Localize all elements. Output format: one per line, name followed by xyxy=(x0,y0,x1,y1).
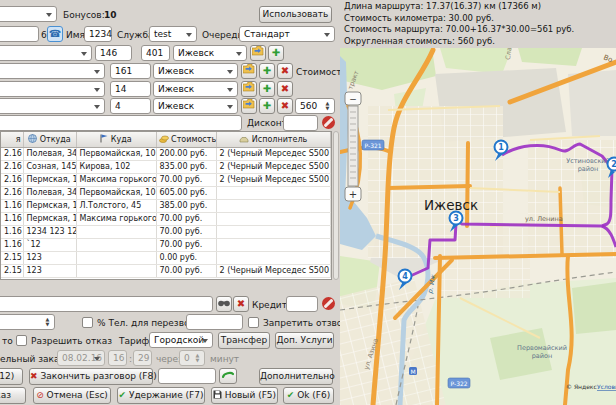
no-entry-icon[interactable] xyxy=(322,297,335,310)
city-select-main[interactable]: Ижевск xyxy=(173,45,247,61)
discount-input[interactable] xyxy=(283,115,318,131)
no-entry-icon[interactable] xyxy=(322,116,335,129)
map-f12-button[interactable]: (F12) xyxy=(0,368,23,385)
allow-refusal-checkbox[interactable] xyxy=(16,335,27,346)
col-from[interactable]: Откуда xyxy=(23,132,76,147)
pick-on-map-button-1[interactable] xyxy=(241,63,257,79)
cost-spinner[interactable]: 560 ▲▼ xyxy=(295,98,335,114)
chevron-down-icon xyxy=(94,88,100,92)
house-input-main[interactable]: 146 xyxy=(95,45,132,61)
spinner-arrows-icon[interactable]: ▲▼ xyxy=(193,353,202,364)
tariff-select[interactable]: Городской xyxy=(149,332,213,348)
col-to[interactable]: Куда xyxy=(76,132,156,147)
order-row[interactable]: 2.16Пермская, 12Максима горького, 16470.… xyxy=(1,173,331,186)
map-attribution: © Яндекс xyxy=(566,383,597,390)
hold-button[interactable]: ✔ Удержание (F7) xyxy=(117,387,205,404)
remove-address-row-button-3[interactable]: ✖ xyxy=(277,98,293,114)
preorder-label: ельный заказ xyxy=(0,354,64,364)
terms-link[interactable]: Услови xyxy=(597,383,616,390)
comment-input[interactable] xyxy=(0,115,242,131)
preorder-hour-input[interactable]: 16 xyxy=(108,350,127,366)
house-input-3[interactable]: 4 xyxy=(110,98,151,114)
svg-text:Р-322: Р-322 xyxy=(450,380,467,387)
order-row[interactable]: 2.16Полевая, 34-4Первомайская, 10200.00 … xyxy=(1,147,331,160)
street-select-1[interactable]: я xyxy=(0,63,105,79)
city-select-2[interactable]: Ижевск xyxy=(153,81,238,97)
house-input-1[interactable]: 161 xyxy=(110,63,151,79)
bonus-card-select[interactable] xyxy=(0,6,57,22)
orders-table: я Откуда Куда Сто xyxy=(0,131,332,280)
chevron-down-icon xyxy=(94,105,100,109)
street-select-main[interactable] xyxy=(0,45,92,61)
tariff-label: Тариф xyxy=(119,336,149,346)
apt-input[interactable]: 401 xyxy=(141,45,170,61)
col-cost[interactable]: Стоимость xyxy=(156,132,216,147)
add-address-row-button[interactable]: ✚ xyxy=(268,45,284,61)
call-button[interactable] xyxy=(219,368,237,384)
city-select-1[interactable]: Ижевск xyxy=(153,63,238,79)
city-select-3[interactable]: Ижевск xyxy=(153,98,238,114)
more-button[interactable]: Дополнительно xyxy=(259,368,333,385)
spinner-arrows-icon[interactable]: ▲▼ xyxy=(43,317,52,328)
save-icon xyxy=(213,390,222,399)
table-scrollbar[interactable] xyxy=(333,131,339,280)
callback-phone-checkbox[interactable] xyxy=(82,317,93,328)
transfer-button[interactable]: Трансфер xyxy=(218,332,270,349)
callback-phone-input[interactable] xyxy=(186,314,243,330)
street-select-2[interactable]: кая xyxy=(0,81,105,97)
group-order-button[interactable]: заказ xyxy=(0,387,26,404)
end-call-button[interactable]: ✖ Закончить разговор (F8) xyxy=(29,368,153,385)
table-header-row: я Откуда Куда Сто xyxy=(1,132,331,147)
col-executor[interactable]: Исполнитель xyxy=(216,132,331,147)
minutes-label: минут xyxy=(210,354,239,364)
add-address-row-button-1[interactable]: ✚ xyxy=(259,63,275,79)
ok-button[interactable]: ✔ Ok (F6) xyxy=(283,387,334,404)
order-row[interactable]: 1.16Пермская, 12Максима горького, 16470.… xyxy=(1,212,331,225)
after-minutes-spinner[interactable]: 0 ▲▼ xyxy=(179,350,205,366)
order-row[interactable]: 1.16`1270.00 руб. xyxy=(1,238,331,251)
add-address-row-button-3[interactable]: ✚ xyxy=(259,98,275,114)
order-row[interactable]: 1.161234 123 12370.00 руб. xyxy=(1,225,331,238)
phone-input[interactable] xyxy=(0,26,39,42)
queue-select[interactable]: Стандарт xyxy=(239,26,335,42)
clear-search-button[interactable]: ✖ xyxy=(233,296,249,312)
preorder-date-select[interactable]: 08.02.16 xyxy=(57,350,105,366)
order-row[interactable]: 1.16Пермская, 12Л.Толстого, 45385.00 руб… xyxy=(1,199,331,212)
street-select-3[interactable] xyxy=(0,98,105,114)
credit-input[interactable] xyxy=(286,296,318,312)
remove-address-row-button-2[interactable]: ✖ xyxy=(277,81,293,97)
preorder-minute-input[interactable]: 29 xyxy=(133,350,152,366)
add-address-row-button-2[interactable]: ✚ xyxy=(259,81,275,97)
order-row[interactable]: 2.151230.00 руб. xyxy=(1,251,331,264)
use-bonuses-button[interactable]: Использовать xyxy=(259,6,332,23)
end-call-icon: ✖ xyxy=(30,371,38,381)
order-row[interactable]: 2.1512370.00 руб.2 (Черный Мерседес S500… xyxy=(1,264,331,277)
order-row[interactable]: 2.16Полевая, 34-4Первомайская, 10605.00 … xyxy=(1,186,331,199)
remove-icon: ✖ xyxy=(281,65,289,76)
dial-number-input[interactable] xyxy=(158,368,216,384)
folder-map-icon xyxy=(243,99,255,109)
spinner-arrows-icon[interactable]: ▲▼ xyxy=(323,101,332,112)
percent-spinner[interactable]: ▲▼ xyxy=(0,314,55,330)
new-button[interactable]: Новый (F5) xyxy=(211,387,278,404)
order-row[interactable]: 2.16Созная, 145Кирова, 102835.00 руб.2 (… xyxy=(1,160,331,173)
cancel-button[interactable]: ⊘ Отмена (Esc) xyxy=(33,387,111,404)
client-search-input[interactable] xyxy=(0,296,213,312)
col-date[interactable]: я xyxy=(1,132,23,147)
cost-label: Стоимость xyxy=(296,67,340,77)
search-button[interactable] xyxy=(216,296,232,312)
forbid-callback-checkbox[interactable] xyxy=(248,317,259,328)
map-canvas[interactable]: Р-321 Р-322 М Ижевск Устиновский район П… xyxy=(340,48,616,405)
name-label: Имя xyxy=(66,30,85,40)
pick-on-map-button[interactable] xyxy=(250,45,266,61)
remove-address-row-button-1[interactable]: ✖ xyxy=(277,63,293,79)
service-select[interactable]: test xyxy=(149,26,197,42)
car-icon xyxy=(239,136,249,143)
name-input[interactable]: 1234 xyxy=(84,26,112,42)
dial-phone-button[interactable]: ☎ xyxy=(47,26,63,42)
pick-on-map-button-2[interactable] xyxy=(241,81,257,97)
pick-on-map-button-3[interactable] xyxy=(241,98,257,114)
extra-services-button[interactable]: Доп. Услуги xyxy=(275,332,334,349)
house-input-2[interactable]: 14 xyxy=(110,81,151,97)
street-label-lenina: ул. Ленина xyxy=(525,215,563,223)
